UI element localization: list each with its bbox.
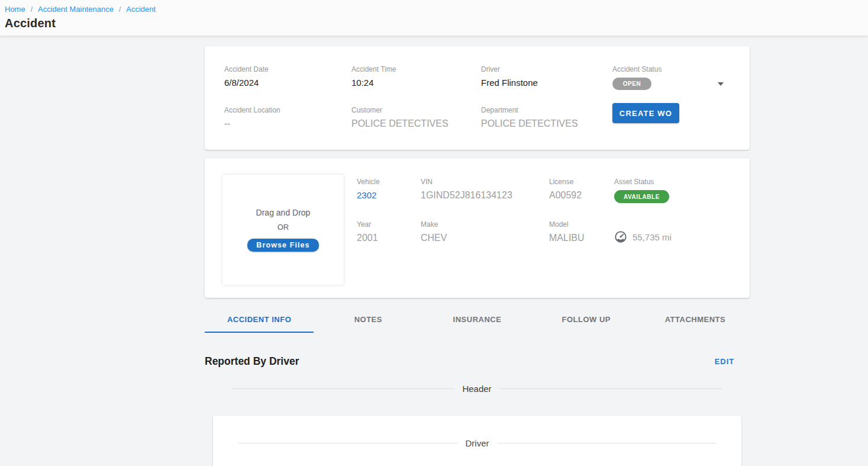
accident-time-value: 10:24 [351, 78, 481, 88]
header-divider-label: Header [462, 384, 491, 394]
vin-value: 1GIND52J816134123 [421, 190, 549, 201]
vehicle-field: Vehicle 2302 [357, 178, 421, 203]
driver-section-card: Driver [213, 416, 741, 466]
odometer-value: 55,735 mi [633, 232, 672, 242]
customer-field: Customer POLICE DETECTIVES [351, 106, 481, 129]
model-field: Model MALIBU [549, 220, 614, 243]
vin-label: VIN [421, 178, 549, 186]
breadcrumb-home-link[interactable]: Home [5, 5, 25, 14]
accident-time-field: Accident Time 10:24 [351, 65, 481, 90]
accident-status-field: Accident Status OPEN [612, 65, 750, 90]
breadcrumb-accident-link[interactable]: Accident [126, 5, 156, 14]
accident-status-badge[interactable]: OPEN [612, 78, 651, 90]
odometer-reading: 55,735 mi [614, 230, 750, 243]
page-title: Accident [5, 17, 868, 30]
main-content: Accident Date 6/8/2024 Accident Time 10:… [205, 46, 750, 466]
asset-status-field: Asset Status AVAILABLE [614, 178, 750, 203]
vehicle-card: Drag and Drop OR Browse Files Vehicle 23… [205, 158, 750, 298]
accident-location-value: -- [224, 118, 351, 128]
make-label: Make [421, 220, 549, 229]
breadcrumb-accident-maintenance-link[interactable]: Accident Maintenance [38, 5, 114, 14]
vehicle-number-link[interactable]: 2302 [357, 190, 421, 200]
divider-line [231, 388, 454, 389]
model-label: Model [549, 220, 614, 229]
breadcrumb: Home / Accident Maintenance / Accident [5, 5, 868, 14]
browse-files-button[interactable]: Browse Files [247, 239, 318, 252]
tab-notes[interactable]: NOTES [314, 307, 422, 333]
customer-label: Customer [351, 106, 481, 114]
driver-divider-label: Driver [466, 438, 489, 448]
department-label: Department [481, 106, 612, 114]
asset-status-badge: AVAILABLE [614, 190, 669, 203]
driver-field: Driver Fred Flinstone [481, 65, 612, 90]
driver-label: Driver [481, 65, 612, 73]
year-field: Year 2001 [357, 220, 421, 243]
accident-location-label: Accident Location [224, 106, 351, 114]
divider-line [497, 443, 717, 443]
divider-line [238, 443, 458, 443]
year-value: 2001 [357, 233, 421, 243]
drag-drop-text: Drag and Drop [256, 208, 311, 217]
driver-divider: Driver [238, 438, 716, 448]
accident-date-value: 6/8/2024 [224, 78, 351, 88]
vehicle-label: Vehicle [357, 178, 421, 186]
vin-field: VIN 1GIND52J816134123 [421, 178, 549, 203]
or-text: OR [277, 223, 289, 232]
breadcrumb-separator: / [31, 5, 33, 14]
customer-value: POLICE DETECTIVES [351, 118, 481, 129]
odometer-icon [614, 230, 627, 243]
make-value: CHEV [421, 233, 549, 243]
license-field: License A00592 [549, 178, 614, 203]
accident-date-field: Accident Date 6/8/2024 [224, 65, 351, 90]
file-dropzone[interactable]: Drag and Drop OR Browse Files [222, 175, 344, 285]
accident-location-field: Accident Location -- [224, 106, 351, 129]
edit-button[interactable]: EDIT [715, 357, 734, 366]
department-value: POLICE DETECTIVES [481, 118, 612, 129]
tab-follow-up[interactable]: FOLLOW UP [532, 307, 641, 333]
asset-status-label: Asset Status [614, 178, 750, 186]
department-field: Department POLICE DETECTIVES [481, 106, 612, 129]
header-divider: Header [231, 384, 722, 394]
tab-accident-info[interactable]: ACCIDENT INFO [205, 307, 314, 333]
section-title: Reported By Driver [205, 355, 299, 368]
license-value: A00592 [549, 190, 614, 201]
tab-attachments[interactable]: ATTACHMENTS [641, 307, 750, 333]
model-value: MALIBU [549, 233, 614, 243]
app-header: Home / Accident Maintenance / Accident A… [0, 0, 868, 36]
year-label: Year [357, 220, 421, 229]
license-label: License [549, 178, 614, 186]
make-field: Make CHEV [421, 220, 549, 243]
create-wo-button[interactable]: CREATE WO [612, 103, 679, 123]
chevron-down-icon[interactable] [718, 82, 724, 86]
accident-time-label: Accident Time [351, 65, 481, 73]
tab-insurance[interactable]: INSURANCE [422, 307, 531, 333]
driver-value: Fred Flinstone [481, 78, 612, 88]
divider-line [499, 388, 722, 389]
detail-tabs: ACCIDENT INFO NOTES INSURANCE FOLLOW UP … [205, 307, 750, 333]
accident-date-label: Accident Date [224, 65, 351, 73]
breadcrumb-separator: / [119, 5, 121, 14]
accident-summary-card: Accident Date 6/8/2024 Accident Time 10:… [205, 46, 750, 150]
accident-status-label: Accident Status [612, 65, 750, 73]
